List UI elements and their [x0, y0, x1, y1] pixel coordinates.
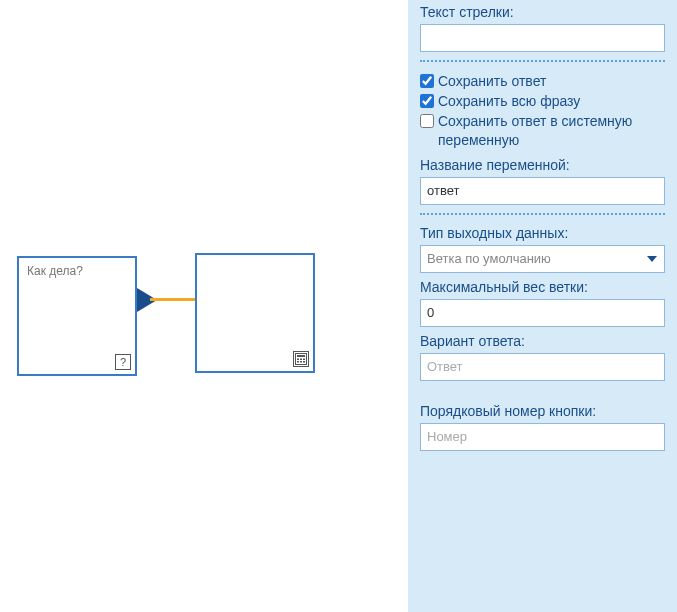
svg-rect-6 — [300, 361, 302, 363]
svg-rect-3 — [300, 359, 302, 361]
save-sysvar-label: Сохранить ответ в системную переменную — [438, 112, 665, 148]
question-icon: ? — [115, 354, 131, 370]
answer-variant-label: Вариант ответа: — [420, 333, 665, 349]
diagram-node-question[interactable]: Как дела? ? — [17, 256, 137, 376]
svg-rect-1 — [297, 355, 305, 357]
save-sysvar-checkbox[interactable] — [420, 114, 434, 128]
save-answer-checkbox[interactable] — [420, 74, 434, 88]
var-name-label: Название переменной: — [420, 157, 665, 173]
output-type-label: Тип выходных данных: — [420, 225, 665, 241]
max-weight-input[interactable] — [420, 299, 665, 327]
svg-rect-4 — [303, 359, 305, 361]
var-name-input[interactable] — [420, 177, 665, 205]
save-phrase-label: Сохранить всю фразу — [438, 92, 580, 110]
svg-rect-5 — [297, 361, 299, 363]
node-text: Как дела? — [19, 258, 135, 284]
answer-variant-input[interactable] — [420, 353, 665, 381]
save-answer-label: Сохранить ответ — [438, 72, 546, 90]
connector-line[interactable] — [150, 298, 195, 301]
output-type-select[interactable]: Ветка по умолчанию — [420, 245, 665, 273]
calc-icon — [293, 351, 309, 367]
svg-rect-2 — [297, 359, 299, 361]
svg-rect-7 — [303, 361, 305, 363]
arrow-text-input[interactable] — [420, 24, 665, 52]
properties-panel: Текст стрелки: Сохранить ответ Сохранить… — [408, 0, 677, 612]
button-index-input[interactable] — [420, 423, 665, 451]
diagram-canvas[interactable]: Как дела? ? — [0, 0, 408, 612]
divider — [420, 60, 665, 62]
divider — [420, 213, 665, 215]
diagram-node-target[interactable] — [195, 253, 315, 373]
save-phrase-checkbox[interactable] — [420, 94, 434, 108]
max-weight-label: Максимальный вес ветки: — [420, 279, 665, 295]
arrow-text-label: Текст стрелки: — [420, 4, 665, 20]
button-index-label: Порядковый номер кнопки: — [420, 403, 665, 419]
